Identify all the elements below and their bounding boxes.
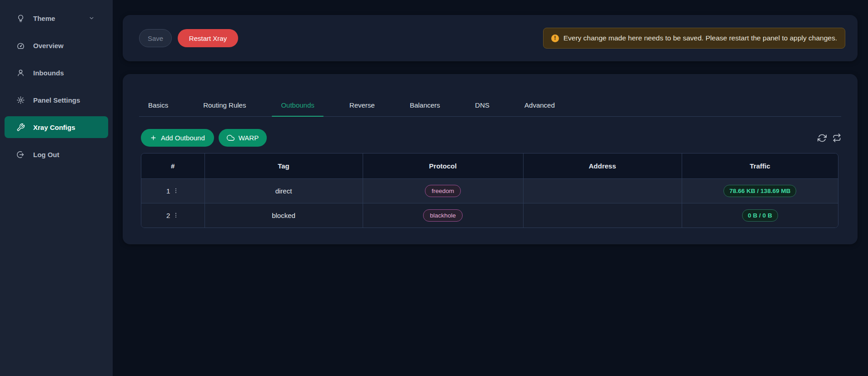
sidebar-item-xray-configs[interactable]: Xray Configs: [5, 116, 108, 138]
sidebar-item-label: Xray Configs: [33, 124, 75, 131]
row-menu-icon[interactable]: [173, 188, 179, 194]
column-header-protocol: Protocol: [363, 153, 523, 178]
plus-icon: [150, 134, 157, 141]
tab-basics[interactable]: Basics: [139, 101, 177, 116]
sidebar-item-label: Log Out: [33, 151, 59, 158]
warp-button[interactable]: WARP: [219, 129, 267, 147]
tag-cell: direct: [205, 178, 363, 203]
app-root: Theme Overview Inbounds Panel Settings: [0, 0, 868, 376]
actions-row: Add Outbound WARP: [141, 129, 841, 147]
column-header-index: #: [141, 153, 205, 178]
sidebar-item-theme[interactable]: Theme: [5, 7, 108, 29]
column-header-tag: Tag: [205, 153, 363, 178]
sidebar-item-label: Inbounds: [33, 69, 64, 77]
tag-cell: blocked: [205, 203, 363, 228]
warp-label: WARP: [239, 134, 259, 142]
wrench-icon: [16, 123, 25, 132]
traffic-badge: 78.66 KB / 138.69 MB: [723, 185, 796, 197]
table-tools: [818, 134, 841, 143]
traffic-badge: 0 B / 0 B: [742, 209, 778, 222]
main-content: Save Restart Xray ! Every change made he…: [113, 0, 868, 376]
row-index: 2: [166, 212, 170, 219]
tab-reverse[interactable]: Reverse: [340, 101, 384, 116]
xray-config-card: Basics Routing Rules Outbounds Reverse B…: [123, 74, 858, 244]
sidebar-item-label: Panel Settings: [33, 96, 80, 104]
bulb-icon: [16, 14, 25, 23]
tab-balancers[interactable]: Balancers: [401, 101, 449, 116]
sidebar-item-label: Theme: [33, 15, 55, 22]
logout-icon: [16, 150, 25, 159]
row-index: 1: [166, 187, 170, 195]
tab-advanced[interactable]: Advanced: [515, 101, 564, 116]
add-outbound-label: Add Outbound: [161, 134, 205, 142]
toolbar-card: Save Restart Xray ! Every change made he…: [123, 15, 858, 61]
save-button[interactable]: Save: [139, 29, 172, 47]
tab-outbounds[interactable]: Outbounds: [272, 101, 323, 116]
tab-bar: Basics Routing Rules Outbounds Reverse B…: [139, 74, 841, 117]
sidebar-item-log-out[interactable]: Log Out: [5, 143, 108, 165]
outbounds-table: # Tag Protocol Address Traffic 1: [141, 153, 838, 228]
sidebar-item-panel-settings[interactable]: Panel Settings: [5, 89, 108, 111]
user-icon: [16, 69, 25, 77]
sidebar-item-label: Overview: [33, 42, 64, 49]
table-row: 1 direct freedom 78.66 KB / 138.69 MB: [141, 178, 838, 203]
address-cell: [523, 178, 682, 203]
protocol-badge: freedom: [425, 185, 461, 197]
address-cell: [523, 203, 682, 228]
gear-icon: [16, 96, 25, 104]
repeat-icon[interactable]: [833, 134, 841, 142]
protocol-badge: blackhole: [423, 209, 463, 222]
tab-dns[interactable]: DNS: [466, 101, 499, 116]
chevron-down-icon: [89, 15, 95, 21]
cloud-icon: [227, 134, 234, 142]
alert-text: Every change made here needs to be saved…: [564, 34, 837, 42]
table-header-row: # Tag Protocol Address Traffic: [141, 153, 838, 178]
sidebar: Theme Overview Inbounds Panel Settings: [0, 0, 113, 376]
row-menu-icon[interactable]: [173, 212, 179, 218]
warning-icon: !: [551, 35, 559, 42]
sidebar-item-inbounds[interactable]: Inbounds: [5, 62, 108, 84]
add-outbound-button[interactable]: Add Outbound: [141, 129, 214, 147]
tab-routing-rules[interactable]: Routing Rules: [194, 101, 255, 116]
unsaved-changes-alert: ! Every change made here needs to be sav…: [543, 28, 845, 49]
restart-xray-button[interactable]: Restart Xray: [178, 29, 238, 47]
dashboard-icon: [16, 41, 25, 50]
refresh-icon[interactable]: [818, 134, 827, 143]
column-header-address: Address: [523, 153, 682, 178]
sidebar-item-overview[interactable]: Overview: [5, 35, 108, 56]
column-header-traffic: Traffic: [682, 153, 838, 178]
table-row: 2 blocked blackhole 0 B / 0 B: [141, 203, 838, 228]
